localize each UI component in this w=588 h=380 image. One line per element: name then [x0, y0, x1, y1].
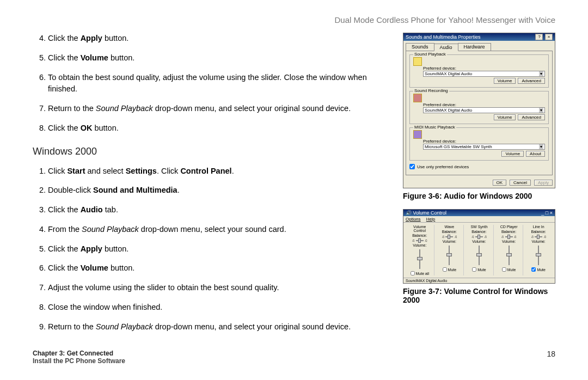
step-item: Click the Apply button. [48, 243, 387, 255]
balance-slider[interactable] [535, 236, 542, 237]
page-number: 18 [547, 350, 555, 365]
volume-channels: Volume ControlBalance:Volume:Mute allWav… [403, 223, 555, 278]
mute-label: Mute all [416, 272, 430, 275]
volume-slider[interactable] [538, 246, 539, 265]
preferred-device-label: Preferred device: [423, 66, 545, 71]
step-item: Return to the Sound Playback drop-down m… [48, 321, 387, 333]
menu-help[interactable]: Help [426, 217, 435, 222]
sound-playback-group: Sound Playback Preferred device: SoundMA… [409, 54, 549, 88]
playback-device-select[interactable]: SoundMAX Digital Audio [423, 71, 545, 77]
channel-name: Wave [437, 225, 463, 229]
tab-sounds[interactable]: Sounds [406, 43, 434, 51]
window-controls: ? × [535, 34, 553, 40]
midi-playback-group: MIDI Music Playback Preferred device: Mi… [409, 127, 549, 161]
figure-3-6-caption: Figure 3-6: Audio for Windows 2000 [403, 192, 555, 200]
mute-label: Mute [477, 268, 486, 272]
playback-advanced-button[interactable]: Advanced [518, 78, 545, 84]
midi-device-select[interactable]: Microsoft GS Wavetable SW Synth [423, 144, 545, 150]
mute-label: Mute [537, 268, 546, 272]
balance-label: Balance: [496, 230, 522, 234]
playback-volume-button[interactable]: Volume [494, 78, 516, 84]
volume-slider[interactable] [509, 246, 510, 265]
mute-checkbox[interactable] [443, 267, 447, 272]
dialog-title: Sounds and Multimedia Properties [406, 34, 481, 40]
close-icon[interactable]: × [545, 34, 553, 40]
sounds-multimedia-dialog: Sounds and Multimedia Properties ? × Sou… [403, 33, 555, 188]
midi-about-button[interactable]: About [526, 151, 545, 157]
volume-label: Volume: [496, 240, 522, 243]
menu-options[interactable]: Options [406, 217, 421, 222]
windows-2000-heading: Windows 2000 [33, 144, 387, 159]
midi-icon [413, 130, 422, 139]
volume-title: Volume Control [413, 210, 447, 216]
step-item: Click the OK button. [48, 122, 387, 134]
step-item: Adjust the volume using the slider to ob… [48, 282, 387, 294]
cancel-button[interactable]: Cancel [510, 180, 531, 186]
preferred-device-label: Preferred device: [423, 139, 545, 144]
volume-channel: SW SynthBalance:Volume:Mute [465, 225, 494, 275]
figure-3-7-caption: Figure 3-7: Volume Control for Windows 2… [403, 287, 555, 304]
channel-name: Volume Control [407, 225, 433, 232]
step-item: Return to the Sound Playback drop-down m… [48, 103, 387, 115]
speaker-icon [413, 57, 422, 66]
instructions-column: Click the Apply button.Click the Volume … [33, 33, 387, 340]
volume-slider[interactable] [479, 246, 480, 265]
recording-advanced-button[interactable]: Advanced [518, 114, 545, 120]
balance-label: Balance: [437, 230, 463, 234]
minimize-icon[interactable]: _ [541, 210, 544, 216]
balance-slider[interactable] [475, 236, 483, 237]
volume-menu: Options Help [403, 216, 555, 223]
volume-titlebar: 🔊 Volume Control _ □ × [403, 210, 555, 216]
tab-audio[interactable]: Audio [434, 44, 458, 51]
balance-label: Balance: [407, 234, 433, 237]
volume-label: Volume: [407, 243, 433, 247]
close-icon[interactable]: × [550, 210, 553, 216]
maximize-icon[interactable]: □ [546, 210, 548, 216]
steps-list-b: Click Start and select Settings. Click C… [33, 166, 387, 333]
group-title: Sound Recording [413, 88, 449, 93]
step-item: Double-click Sound and Multimedia. [48, 185, 387, 197]
balance-slider[interactable] [505, 236, 513, 237]
preferred-only-checkbox[interactable] [409, 164, 415, 169]
step-item: Click the Apply button. [48, 33, 387, 45]
balance-slider[interactable] [445, 236, 453, 237]
balance-slider[interactable] [416, 240, 424, 241]
mute-checkbox[interactable] [411, 271, 415, 275]
volume-label: Volume: [437, 240, 463, 243]
mute-label: Mute [507, 268, 516, 272]
step-item: Click the Volume button. [48, 52, 387, 64]
midi-volume-button[interactable]: Volume [501, 151, 524, 157]
dialog-body: Sound Playback Preferred device: SoundMA… [406, 51, 553, 175]
recording-volume-button[interactable]: Volume [494, 114, 516, 120]
step-item: Close the window when finished. [48, 302, 387, 314]
volume-status-bar: SoundMAX Digital Audio [403, 278, 555, 283]
mute-checkbox[interactable] [472, 267, 476, 272]
channel-name: Line In [525, 225, 552, 229]
dialog-tabs: Sounds Audio Hardware [403, 41, 555, 51]
balance-label: Balance: [525, 230, 552, 234]
page-footer: Chapter 3: Get Connected Install the PC … [33, 350, 555, 365]
volume-slider[interactable] [449, 246, 450, 265]
mute-checkbox[interactable] [502, 267, 506, 272]
sound-recording-group: Sound Recording Preferred device: SoundM… [409, 91, 549, 124]
help-icon[interactable]: ? [535, 34, 543, 40]
mute-checkbox[interactable] [531, 267, 536, 272]
ok-button[interactable]: OK [493, 180, 507, 186]
step-item: Click the Volume button. [48, 262, 387, 274]
steps-list-a: Click the Apply button.Click the Volume … [33, 33, 387, 134]
channel-name: SW Synth [466, 225, 492, 229]
volume-label: Volume: [525, 240, 552, 243]
group-title: Sound Playback [413, 52, 447, 57]
balance-label: Balance: [466, 230, 492, 234]
mic-icon [413, 94, 422, 102]
product-header: Dual Mode Cordless Phone for Yahoo! Mess… [334, 15, 555, 24]
apply-button[interactable]: Apply [534, 180, 553, 186]
volume-channel: WaveBalance:Volume:Mute [436, 225, 464, 275]
tab-hardware[interactable]: Hardware [458, 43, 491, 51]
channel-name: CD Player [496, 225, 522, 229]
volume-slider[interactable] [419, 249, 420, 269]
step-item: Click the Audio tab. [48, 204, 387, 216]
step-item: To obtain the best sound quality, adjust… [48, 72, 387, 96]
step-item: From the Sound Playback drop-down menu, … [48, 224, 387, 236]
recording-device-select[interactable]: SoundMAX Digital Audio [423, 107, 545, 113]
